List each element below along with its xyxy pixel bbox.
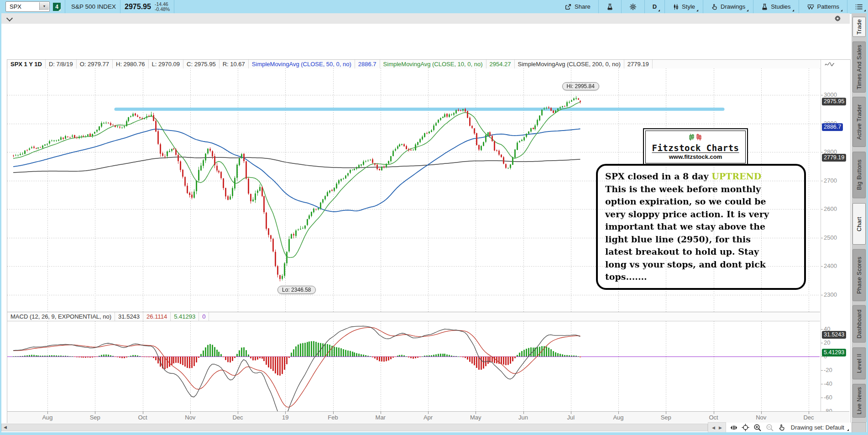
list-icon [855,4,863,10]
symbol-value: SPX [6,3,21,10]
macd-axis-label: 20 [824,339,830,346]
sidebar-tab[interactable]: Dashboard [852,305,866,343]
price-badge: 2975.95 [822,98,846,105]
sidebar-tab[interactable]: Live News [852,384,866,418]
bar-step-buttons: ◀ ▶ [708,422,726,433]
price-badge: 2886.7 [822,123,843,131]
time-axis-label: Jun [518,414,528,421]
time-axis-tick [381,412,381,414]
sidebar-corner-button[interactable] [852,422,866,433]
note-line: tops....... [605,271,797,283]
time-axis-tick [476,412,476,414]
share-icon [565,3,572,10]
crosshair-icon[interactable] [742,424,749,431]
logo-candles-icon [685,134,706,142]
time-axis[interactable]: AugSepOctNovDec19FebMarAprMayJunJulAugSe… [7,411,849,423]
time-axis-label: Nov [756,414,766,421]
patterns-icon [807,4,815,10]
time-axis-label: Mar [376,414,386,421]
zoom-in-icon[interactable] [753,424,762,432]
settings-sun-button[interactable] [626,0,640,13]
price-axis-label: 2400 [824,262,837,269]
price-axis-label: 2500 [824,234,837,241]
note-highlight: UPTREND [711,171,761,181]
sma10-label[interactable]: SimpleMovingAvg (CLOSE, 10, 0, no) [380,60,486,68]
sidebar-tab[interactable]: Trade [852,17,866,37]
time-axis-label: Dec [803,414,814,421]
price-change: -14.46 -0.48% [155,2,170,12]
gadget-list-button[interactable] [852,0,866,13]
divider [65,0,65,13]
chart-header: SPX 1 Y 1D D: 7/8/19O: 2979.77H: 2980.76… [7,60,820,69]
timeframe-button[interactable]: D [649,0,660,13]
sidebar-tab[interactable]: Phase Scores [852,249,866,301]
chart-panel: SPX 1 Y 1D D: 7/8/19O: 2979.77H: 2980.76… [7,59,851,423]
studies-button[interactable]: Studies [758,0,794,13]
time-axis-tick [523,412,524,414]
share-button[interactable]: Share [561,0,594,13]
macd-value-cell: 5.41293 [171,312,199,321]
step-right-icon[interactable]: ▶ [719,425,722,430]
hand-icon [711,3,718,10]
price-axis-label: 3000 [824,91,837,98]
drawing-set-selector[interactable]: Drawing set: Default [791,424,849,431]
style-button[interactable]: Style [669,0,699,13]
sidebar-tab[interactable]: Level II [852,347,866,379]
candlestick-icon [673,3,679,10]
time-axis-tick [571,412,571,414]
sidebar-tab[interactable]: Chart [852,203,866,245]
time-axis-label: Aug [613,414,623,421]
fitzstock-logo[interactable]: Fitzstock Charts www.fitzstock.com [643,128,748,166]
sma10-value: 2954.27 [486,60,515,68]
time-axis-tick [809,412,809,414]
time-axis-label: Feb [328,414,338,421]
time-axis-tick [143,412,143,414]
divider [799,0,799,13]
change-value: -14.46 [155,2,170,7]
sidebar-tab[interactable]: Active Trader [852,97,866,147]
drawings-label: Drawings [721,3,745,10]
sma50-value: 2886.7 [355,60,380,68]
sma50-label[interactable]: SimpleMovingAvg (CLOSE, 50, 0, no) [249,60,355,68]
gear-icon[interactable] [834,15,842,24]
alerts-badge[interactable]: 4 [53,3,61,11]
note-line: option expiration, so we could be [605,195,797,208]
macd-value-badge: 31.5243 [822,331,846,339]
ohlc-cell: R: 10.67 [220,60,249,68]
order-entry-bar: Qty: +10 + - ✓ auto send Buy the Ask Sel… [1,24,850,54]
scroll-left-icon[interactable]: ◀ [4,425,7,430]
macd-chart-canvas[interactable] [7,321,820,411]
sma200-label[interactable]: SimpleMovingAvg (CLOSE, 200, 0, no) [515,60,624,68]
time-axis-label: Sep [90,414,100,421]
time-axis-label: Nov [185,414,195,421]
price-axis[interactable]: 30002900280027002600250024002300 2975.95… [821,60,850,411]
horizontal-scrollbar[interactable]: ◀ [1,424,708,431]
hand-tool-icon[interactable] [778,424,785,431]
chart-line-icon[interactable] [825,61,835,69]
note-first-line: SPX closed in a 8 day UPTREND [605,170,797,183]
time-axis-label: Jul [567,414,575,421]
last-price: 2975.95 [125,3,151,11]
step-left-icon[interactable]: ◀ [712,425,715,430]
note-line: very sloppy price action. It is very [605,208,797,221]
chevron-down-icon[interactable] [6,15,13,21]
note-annotation[interactable]: SPX closed in a 8 day UPTREND This is th… [596,164,806,290]
macd-study-label[interactable]: MACD (12, 26, 9, EXPONENTIAL, no) [7,312,115,321]
price-axis-label: 2300 [824,291,837,298]
time-axis-tick [666,412,666,414]
time-axis-tick [761,412,762,414]
fitzstock-logo-inner: Fitzstock Charts www.fitzstock.com [645,131,746,163]
time-axis-label: Oct [709,414,718,421]
sun-icon [629,3,637,10]
drawings-button[interactable]: Drawings [707,0,749,13]
patterns-button[interactable]: Patterns [803,0,843,13]
sidebar-tab[interactable]: Big Buttons [852,152,866,198]
analyze-beaker-button[interactable] [603,0,617,13]
ohlc-cell: H: 2980.76 [113,60,149,68]
auto-scroll-icon[interactable] [730,425,737,430]
symbol-dropdown-button[interactable]: ▼ [39,2,49,10]
symbol-input[interactable]: SPX ▼ [5,1,50,12]
sidebar-tab[interactable]: Times And Sales [852,42,866,93]
beaker-icon [607,3,613,10]
zoom-out-icon[interactable] [766,424,774,432]
